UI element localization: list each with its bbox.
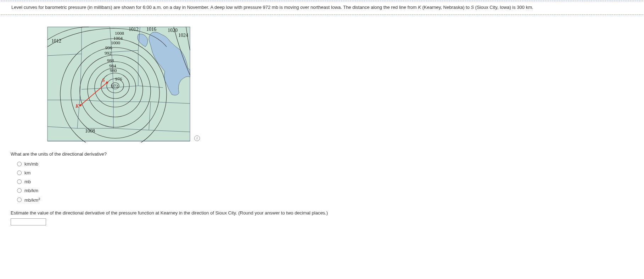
svg-text:1016: 1016 xyxy=(146,27,156,32)
info-icon[interactable]: i xyxy=(194,135,200,141)
map-svg: 1012 1008 1012 1016 1020 1024 1008 1004 … xyxy=(46,26,191,143)
question-units: What are the units of the directional de… xyxy=(11,151,633,157)
svg-point-10 xyxy=(79,104,82,106)
svg-point-11 xyxy=(106,82,108,84)
option-km[interactable]: km xyxy=(17,168,633,177)
svg-text:1012: 1012 xyxy=(129,27,139,32)
svg-text:1008: 1008 xyxy=(85,128,95,134)
radio-mb-per-km2[interactable] xyxy=(17,197,22,202)
answer-input[interactable] xyxy=(11,218,46,225)
svg-text:976: 976 xyxy=(115,76,122,82)
svg-text:1020: 1020 xyxy=(168,28,178,33)
svg-text:972: 972 xyxy=(111,83,118,89)
svg-text:992: 992 xyxy=(105,50,112,56)
question-estimate: Estimate the value of the directional de… xyxy=(11,210,633,216)
option-label: km/mb xyxy=(24,161,38,167)
problem-statement-box: Level curves for barometric pressure (in… xyxy=(1,1,643,15)
weather-map: 1012 1008 1012 1016 1020 1024 1008 1004 … xyxy=(46,26,191,143)
text-segment: (Sioux City, Iowa) is 300 km. xyxy=(474,5,533,10)
option-km-per-mb[interactable]: km/mb xyxy=(17,160,633,168)
text-segment: Level curves for barometric pressure (in… xyxy=(11,5,418,10)
svg-text:988: 988 xyxy=(107,58,114,63)
radio-km[interactable] xyxy=(17,171,22,175)
radio-mb-per-km[interactable] xyxy=(17,188,22,193)
variable-K: K xyxy=(418,5,421,10)
svg-text:1012: 1012 xyxy=(51,38,61,44)
option-mb[interactable]: mb xyxy=(17,177,633,186)
svg-text:1008: 1008 xyxy=(115,30,124,36)
option-label: mb xyxy=(24,179,31,184)
radio-km-per-mb[interactable] xyxy=(17,162,22,166)
radio-mb[interactable] xyxy=(17,179,22,184)
svg-text:1000: 1000 xyxy=(111,40,120,45)
svg-text:996: 996 xyxy=(105,45,112,50)
problem-text: Level curves for barometric pressure (in… xyxy=(11,4,633,11)
svg-text:980: 980 xyxy=(110,68,117,73)
content-area: 1012 1008 1012 1016 1020 1024 1008 1004 … xyxy=(0,18,644,229)
options-group: km/mb km mb mb/km mb/km2 xyxy=(17,160,633,205)
svg-text:S: S xyxy=(102,78,105,83)
map-row: 1012 1008 1012 1016 1020 1024 1008 1004 … xyxy=(46,26,633,143)
text-segment: (Kearney, Nebraska) to xyxy=(421,5,471,10)
option-label: mb/km2 xyxy=(24,197,40,203)
svg-text:1024: 1024 xyxy=(178,33,188,38)
option-mb-per-km2[interactable]: mb/km2 xyxy=(17,195,633,205)
variable-S: S xyxy=(471,5,474,10)
option-mb-per-km[interactable]: mb/km xyxy=(17,186,633,195)
option-label: km xyxy=(24,170,30,175)
option-label: mb/km xyxy=(24,188,38,193)
svg-text:K: K xyxy=(75,104,79,109)
